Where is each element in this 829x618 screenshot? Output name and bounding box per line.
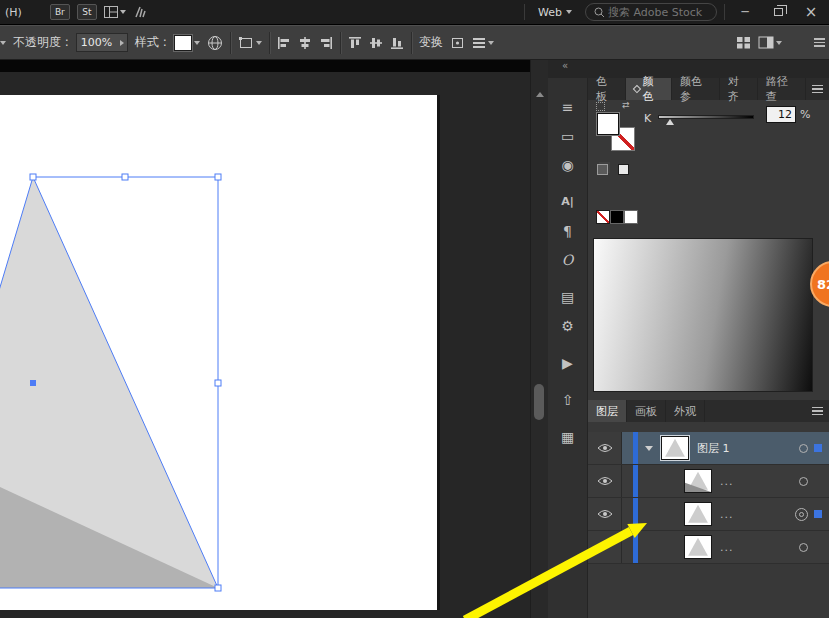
document-setup-button[interactable] [207,35,223,51]
visibility-toggle-off[interactable] [588,531,622,563]
menu-item-help[interactable]: (H) [5,6,22,19]
stock-search[interactable] [585,3,717,21]
restore-button[interactable] [765,5,791,19]
symbols-panel-icon[interactable]: ▤ [548,282,588,311]
align-top-button[interactable] [348,36,362,50]
target-circle-active[interactable] [795,508,808,521]
tab-pathfinder[interactable]: 路径查 [758,78,806,100]
layer-row-main[interactable]: ... [622,531,829,563]
paragraph-panel-icon[interactable]: ¶ [548,216,588,245]
white-swatch[interactable] [624,210,638,224]
dock-options-button[interactable] [758,36,782,49]
layers-panel-menu-button[interactable] [806,400,829,422]
search-input[interactable] [608,6,708,19]
target-circle[interactable] [799,543,808,552]
toolbar-menu-button[interactable] [814,38,825,47]
eye-icon [597,443,613,453]
workspace-grid-button[interactable] [736,36,751,49]
close-button[interactable]: × [798,3,824,21]
dock-resize-grip[interactable] [534,384,544,420]
bridge-icon[interactable]: Br [50,4,70,20]
tab-color[interactable]: 颜色 [626,78,672,100]
align-center-button[interactable] [298,36,312,50]
minimize-button[interactable]: ─ [732,5,758,19]
canvas-area[interactable] [0,60,548,618]
align-bottom-button[interactable] [390,36,404,50]
gradient-panel-icon[interactable]: ◉ [548,150,588,179]
arrange-documents-icon[interactable] [104,6,126,18]
color-panel-menu-button[interactable] [806,78,829,100]
vertical-scrollbar[interactable] [530,60,548,618]
settings-gear-icon[interactable]: ⚙ [548,311,588,340]
visibility-toggle[interactable] [588,498,622,530]
fill-swatch[interactable] [597,113,619,135]
glyphs-panel-icon[interactable]: O [548,245,588,274]
tab-artboards[interactable]: 画板 [627,400,666,422]
tab-swatches[interactable]: 色板 [588,78,626,100]
grid-panel-icon[interactable]: ▦ [548,422,588,451]
selection-square[interactable] [814,444,822,452]
selection-square[interactable] [814,510,822,518]
gpu-performance-icon[interactable] [133,5,147,19]
layer-row-main[interactable]: ... [622,498,829,530]
align-right-button[interactable] [319,36,333,50]
artboard-canvas[interactable] [0,60,548,618]
expand-chevron-icon[interactable] [645,446,653,451]
none-swatch[interactable] [596,210,610,224]
visibility-toggle[interactable] [588,465,622,497]
layer-row-3[interactable]: ... [588,498,829,531]
k-value-field[interactable]: 12 [766,106,796,123]
transform-label[interactable]: 变换 [419,34,443,51]
layer-name[interactable]: 图层 1 [697,441,730,456]
default-colors-icon[interactable] [596,102,605,111]
tab-appearance[interactable]: 外观 [666,400,705,422]
actions-panel-icon[interactable]: ▶ [548,348,588,377]
scroll-up-icon[interactable] [536,92,544,97]
layer-row-2[interactable]: ... [588,465,829,498]
swap-fill-stroke-icon[interactable]: ⇄ [622,100,630,110]
align-left-button[interactable] [277,36,291,50]
grayscale-spectrum-ramp[interactable] [593,238,813,392]
gamut-warning-icon[interactable] [597,164,608,175]
style-picker[interactable] [174,35,200,51]
black-swatch[interactable] [610,210,624,224]
export-panel-icon[interactable]: ⇧ [548,385,588,414]
visibility-toggle[interactable] [588,432,622,464]
transform-reference-button[interactable] [450,36,465,50]
workspace-select[interactable]: Web [532,6,578,19]
sublayer-name[interactable]: ... [720,475,734,488]
distribute-menu-button[interactable] [472,37,494,49]
layer-row-1[interactable]: 图层 1 [588,432,829,465]
panel-menu-icon[interactable]: ≡ [548,92,588,121]
sublayer-name[interactable]: ... [720,508,734,521]
layer-row-main[interactable]: 图层 1 [622,432,829,464]
bounding-box-button[interactable] [238,36,262,50]
tab-align[interactable]: 对齐 [720,78,758,100]
stock-icon[interactable]: St [77,4,97,20]
sublayer-thumbnail[interactable] [684,535,712,559]
gamut-swatch[interactable] [618,164,629,175]
opacity-field[interactable] [76,33,128,52]
restore-icon [774,8,783,16]
tab-color-guide[interactable]: 颜色参 [672,78,720,100]
target-circle[interactable] [799,444,808,453]
opacity-input[interactable] [81,36,117,49]
chevron-down-icon [776,41,782,45]
sublayer-thumbnail[interactable] [684,502,712,526]
artboard-panel-icon[interactable]: ▭ [548,121,588,150]
character-panel-icon[interactable]: A| [548,187,588,216]
collapse-panels-icon[interactable]: « [562,60,568,71]
fill-stroke-widget[interactable]: ⇄ [596,104,642,156]
layer-thumbnail[interactable] [661,436,689,460]
k-slider-thumb[interactable] [666,119,674,125]
sublayer-name[interactable]: ... [720,541,734,554]
chevron-down-icon[interactable] [0,41,6,45]
layer-row-4[interactable]: ... [588,531,829,564]
target-circle[interactable] [799,477,808,486]
align-middle-button[interactable] [369,36,383,50]
sublayer-thumbnail[interactable] [684,469,712,493]
anchor-point-selected[interactable] [30,380,36,386]
tab-layers[interactable]: 图层 [588,400,627,422]
k-slider[interactable] [658,110,754,126]
layer-row-main[interactable]: ... [622,465,829,497]
